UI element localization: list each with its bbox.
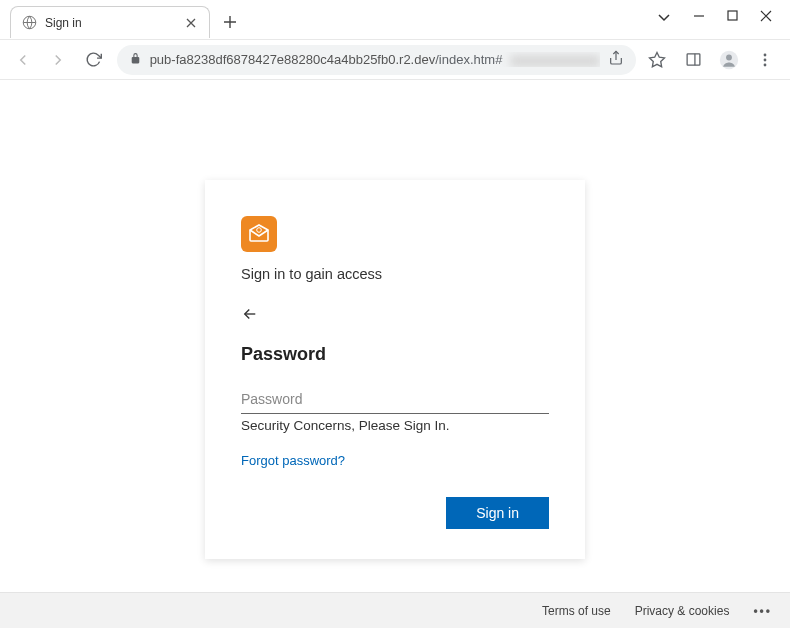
- svg-point-11: [764, 58, 767, 61]
- signin-card: Sign in to gain access Password Security…: [205, 180, 585, 559]
- signin-heading: Sign in to gain access: [241, 266, 549, 282]
- svg-rect-5: [728, 11, 737, 20]
- page-footer: Terms of use Privacy & cookies •••: [0, 592, 790, 628]
- terms-link[interactable]: Terms of use: [542, 604, 611, 618]
- svg-point-12: [764, 63, 767, 66]
- maximize-icon[interactable]: [727, 10, 738, 24]
- nav-forward-button[interactable]: [46, 46, 72, 74]
- footer-more-icon[interactable]: •••: [753, 604, 772, 618]
- profile-icon[interactable]: [718, 49, 740, 71]
- blurred-segment: [510, 55, 600, 67]
- share-icon[interactable]: [608, 50, 624, 69]
- signin-button[interactable]: Sign in: [446, 497, 549, 529]
- window-close-icon[interactable]: [760, 10, 772, 24]
- password-heading: Password: [241, 344, 549, 365]
- reload-button[interactable]: [81, 46, 107, 74]
- browser-titlebar: Sign in: [0, 0, 790, 40]
- mail-brand-icon: [241, 216, 277, 252]
- svg-point-13: [257, 228, 262, 233]
- new-tab-button[interactable]: [216, 6, 244, 38]
- lock-icon: [129, 52, 142, 68]
- browser-tab[interactable]: Sign in: [10, 6, 210, 38]
- password-input[interactable]: [241, 387, 549, 414]
- privacy-link[interactable]: Privacy & cookies: [635, 604, 730, 618]
- svg-point-10: [764, 53, 767, 56]
- svg-point-9: [726, 54, 732, 60]
- page-content: Sign in to gain access Password Security…: [0, 80, 790, 592]
- browser-toolbar: pub-fa8238df6878427e88280c4a4bb25fb0.r2.…: [0, 40, 790, 80]
- forgot-password-link[interactable]: Forgot password?: [241, 453, 345, 468]
- back-arrow-button[interactable]: [241, 302, 265, 326]
- menu-icon[interactable]: [754, 49, 776, 71]
- svg-rect-6: [687, 54, 700, 65]
- sidepanel-icon[interactable]: [682, 49, 704, 71]
- help-text: Security Concerns, Please Sign In.: [241, 418, 549, 433]
- address-bar[interactable]: pub-fa8238df6878427e88280c4a4bb25fb0.r2.…: [117, 45, 636, 75]
- tab-title: Sign in: [45, 16, 183, 30]
- url-text: pub-fa8238df6878427e88280c4a4bb25fb0.r2.…: [150, 52, 600, 67]
- minimize-icon[interactable]: [693, 10, 705, 24]
- nav-back-button[interactable]: [10, 46, 36, 74]
- close-icon[interactable]: [183, 15, 199, 31]
- bookmark-icon[interactable]: [646, 49, 668, 71]
- chevron-down-icon[interactable]: [657, 10, 671, 24]
- globe-icon: [21, 15, 37, 31]
